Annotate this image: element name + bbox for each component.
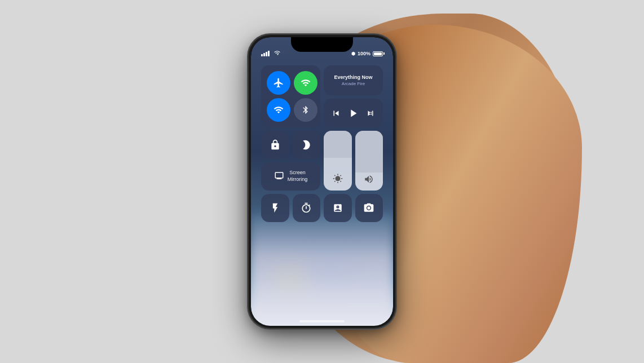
- fast-forward-button[interactable]: [365, 108, 376, 118]
- brightness-icon: [333, 174, 343, 186]
- brightness-track: [324, 131, 352, 158]
- battery-icon: [373, 51, 383, 56]
- signal-bar-3: [266, 52, 267, 56]
- battery-percent: 100%: [358, 51, 370, 56]
- tile-brightness[interactable]: [324, 131, 352, 191]
- notch: [291, 37, 353, 52]
- wifi-control-button[interactable]: [267, 98, 290, 122]
- tile-now-playing[interactable]: Everything Now Arcade Fire: [324, 65, 383, 95]
- iphone-inner: ⬢ 100%: [251, 37, 393, 326]
- volume-track: [355, 131, 383, 172]
- cellular-button[interactable]: [294, 71, 317, 95]
- volume-icon: [364, 174, 374, 186]
- tile-screen-mirroring[interactable]: ScreenMirroring: [261, 162, 320, 191]
- screen-mirroring-icon: [274, 171, 284, 183]
- battery-fill: [374, 52, 382, 55]
- tile-volume[interactable]: [355, 131, 383, 191]
- signal-bar-2: [263, 53, 265, 56]
- tile-flashlight[interactable]: [261, 194, 289, 222]
- tile-do-not-disturb[interactable]: [293, 131, 321, 159]
- tile-camera[interactable]: [355, 194, 383, 222]
- tile-calculator[interactable]: [324, 194, 352, 222]
- wifi-icon: [274, 50, 280, 56]
- home-indicator[interactable]: [299, 320, 345, 322]
- signal-bars: [261, 51, 270, 56]
- iphone-x: ⬢ 100%: [249, 35, 395, 328]
- status-right: ⬢ 100%: [351, 51, 383, 56]
- tile-portrait-lock[interactable]: [261, 131, 289, 159]
- play-button[interactable]: [347, 107, 359, 119]
- screen-blur-bottom: [251, 213, 393, 326]
- bluetooth-button[interactable]: [294, 98, 317, 122]
- screen: ⬢ 100%: [251, 37, 393, 326]
- tile-media-controls: [324, 99, 383, 127]
- tile-timer[interactable]: [293, 194, 321, 222]
- now-playing-artist: Arcade Fire: [329, 81, 377, 86]
- bluetooth-indicator: ⬢: [351, 51, 355, 56]
- rewind-button[interactable]: [331, 108, 341, 118]
- scene: ⬢ 100%: [0, 0, 644, 363]
- cc-grid: Everything Now Arcade Fire: [261, 65, 383, 222]
- airplane-mode-button[interactable]: [267, 71, 290, 95]
- control-center: Everything Now Arcade Fire: [257, 61, 387, 227]
- svg-point-0: [368, 206, 370, 209]
- signal-bar-1: [261, 54, 263, 56]
- screen-mirroring-label: ScreenMirroring: [288, 170, 308, 183]
- now-playing-title: Everything Now: [329, 74, 377, 81]
- status-left: [261, 50, 280, 56]
- signal-bar-4: [268, 51, 270, 56]
- tile-connectivity: [261, 65, 320, 127]
